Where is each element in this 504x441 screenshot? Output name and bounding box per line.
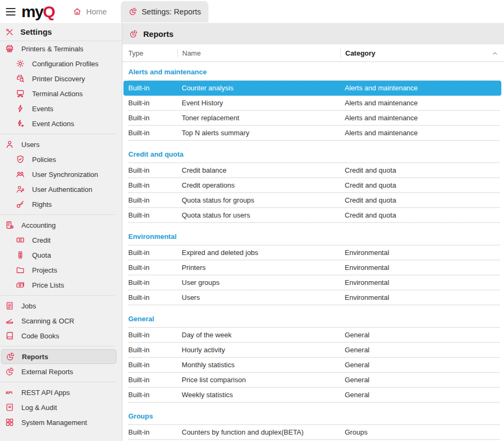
column-header-name[interactable]: Name [177, 49, 345, 58]
sidebar-item-jobs[interactable]: Jobs [0, 298, 122, 313]
sidebar-item-printers-terminals[interactable]: Printers & Terminals [0, 41, 122, 56]
sidebar-item-terminal-actions[interactable]: Terminal Actions [0, 86, 122, 101]
sidebar-item-label: Credit [32, 236, 51, 244]
cell-category: Environmental [345, 278, 500, 287]
cell-category: General [345, 376, 500, 384]
cell-category: Alerts and maintenance [345, 99, 500, 107]
scroll-icon [5, 403, 14, 412]
sidebar-item-label: User Authentication [32, 185, 92, 194]
user-icon [5, 140, 14, 149]
report-row-weekly-statistics[interactable]: Built-inWeekly statisticsGeneral [128, 388, 500, 403]
tab-settings-reports[interactable]: Settings: Reports [121, 1, 208, 22]
sidebar-item-accounting[interactable]: Accounting [0, 218, 122, 233]
column-header-category[interactable]: Category [340, 49, 500, 58]
report-row-credit-operations[interactable]: Built-inCredit operationsCredit and quot… [128, 178, 500, 193]
report-row-hourly-activity[interactable]: Built-inHourly activityGeneral [128, 343, 500, 358]
sidebar-item-policies[interactable]: Policies [0, 152, 122, 167]
sidebar-item-label: Event Actions [32, 120, 74, 128]
cell-category: Environmental [345, 264, 500, 272]
sidebar-item-label: Printers & Terminals [21, 45, 83, 53]
cell-name: Users [182, 293, 345, 301]
sidebar-item-quota[interactable]: Quota [0, 247, 122, 262]
table-header: Type Name Category [122, 45, 504, 62]
sidebar-item-printer-discovery[interactable]: Printer Discovery [0, 71, 122, 86]
cell-name: Expired and deleted jobs [182, 249, 345, 257]
cell-category: Credit and quota [345, 211, 500, 219]
cell-type: Built-in [128, 166, 182, 174]
sort-ascending-icon[interactable] [491, 50, 499, 57]
hamburger-menu-button[interactable] [4, 5, 17, 18]
sidebar-item-events[interactable]: Events [0, 101, 122, 116]
sidebar-item-users[interactable]: Users [0, 137, 122, 152]
sidebar-divider [0, 214, 115, 215]
report-row-user-groups[interactable]: Built-inUser groupsEnvironmental [128, 275, 500, 290]
cell-type: Built-in [128, 346, 182, 354]
sidebar-item-code-books[interactable]: Code Books [0, 328, 122, 343]
cell-category: Groups [345, 428, 500, 436]
pie-chart-icon [129, 29, 138, 38]
sidebar-title: Settings [20, 27, 52, 36]
sidebar-item-scanning-ocr[interactable]: Scanning & OCR [0, 313, 122, 328]
report-row-price-list-comparison[interactable]: Built-inPrice list comparisonGeneral [128, 373, 500, 388]
sidebar-item-event-actions[interactable]: Event Actions [0, 116, 122, 131]
printer-icon [5, 44, 14, 53]
sidebar-item-user-synchronization[interactable]: User Synchronization [0, 167, 122, 182]
sidebar-item-label: Quota [32, 251, 51, 259]
cell-type: Built-in [128, 278, 182, 287]
cell-name: Counters by function and duplex(BETA) [182, 428, 345, 436]
sidebar-divider [0, 295, 115, 296]
sidebar-item-system-management[interactable]: System Management [0, 415, 122, 430]
sidebar-item-credit[interactable]: Credit [0, 233, 122, 247]
report-row-quota-status-for-groups[interactable]: Built-inQuota status for groupsCredit an… [128, 193, 500, 208]
topbar: myQ Home Settings: Reports [0, 0, 504, 23]
bolt-icon [15, 104, 25, 113]
report-row-credit-balance[interactable]: Built-inCredit balanceCredit and quota [128, 163, 500, 178]
report-row-day-of-the-week[interactable]: Built-inDay of the weekGeneral [128, 328, 500, 343]
sidebar-item-label: Rights [32, 200, 52, 208]
group-heading: General [128, 312, 500, 328]
sidebar-item-reports[interactable]: Reports [1, 349, 117, 364]
sidebar-item-configuration-profiles[interactable]: Configuration Profiles [0, 56, 122, 71]
users-sync-icon [15, 169, 25, 179]
document-icon [5, 301, 14, 311]
sidebar-item-external-reports[interactable]: External Reports [0, 364, 122, 379]
report-row-event-history[interactable]: Built-inEvent HistoryAlerts and maintena… [128, 96, 500, 111]
cell-category: Alerts and maintenance [345, 114, 500, 122]
cell-type: Built-in [128, 361, 182, 369]
key-icon [15, 199, 25, 209]
sidebar-item-price-lists[interactable]: Price Lists [0, 277, 122, 292]
sidebar-item-label: User Synchronization [32, 171, 98, 179]
hamburger-icon [4, 5, 17, 18]
cell-name: Credit operations [182, 181, 345, 189]
report-row-expired-and-deleted-jobs[interactable]: Built-inExpired and deleted jobsEnvironm… [128, 245, 500, 260]
book-icon [5, 331, 14, 341]
sidebar-item-rest-api-apps[interactable]: REST API Apps [0, 385, 122, 400]
panel-header: Reports [122, 23, 504, 44]
sidebar-item-projects[interactable]: Projects [0, 262, 122, 277]
report-row-top-n-alerts-summary[interactable]: Built-inTop N alerts summaryAlerts and m… [128, 126, 500, 141]
report-row-counter-analysis[interactable]: Built-inCounter analysisAlerts and maint… [123, 81, 501, 96]
report-row-monthly-statistics[interactable]: Built-inMonthly statisticsGeneral [128, 358, 500, 373]
report-row-printers[interactable]: Built-inPrintersEnvironmental [128, 260, 500, 275]
cell-category: General [345, 361, 500, 369]
cell-name: Top N alerts summary [182, 129, 345, 137]
cell-name: Credit balance [182, 166, 345, 174]
column-header-category-label: Category [345, 49, 375, 58]
sidebar-item-label: System Management [21, 419, 87, 427]
report-row-users[interactable]: Built-inUsersEnvironmental [128, 290, 500, 305]
sidebar-item-label: Projects [32, 266, 57, 274]
sidebar-item-log-audit[interactable]: Log & Audit [0, 400, 122, 415]
sidebar-item-rights[interactable]: Rights [0, 197, 122, 212]
report-row-counters-by-function-and-duplex-beta[interactable]: Built-inCounters by function and duplex(… [128, 425, 500, 440]
column-header-type[interactable]: Type [128, 49, 182, 58]
cell-name: Printers [182, 264, 345, 272]
sidebar-item-user-authentication[interactable]: User Authentication [0, 182, 122, 197]
report-row-quota-status-for-users[interactable]: Built-inQuota status for usersCredit and… [128, 208, 500, 223]
report-group-environmental: EnvironmentalBuilt-inExpired and deleted… [128, 229, 500, 305]
report-row-toner-replacement[interactable]: Built-inToner replacementAlerts and main… [128, 111, 500, 126]
folder-icon [15, 265, 25, 275]
tab-home[interactable]: Home [65, 0, 114, 23]
cell-category: Environmental [345, 249, 500, 257]
sidebar-item-label: Configuration Profiles [32, 60, 98, 68]
cell-type: Built-in [128, 391, 182, 399]
